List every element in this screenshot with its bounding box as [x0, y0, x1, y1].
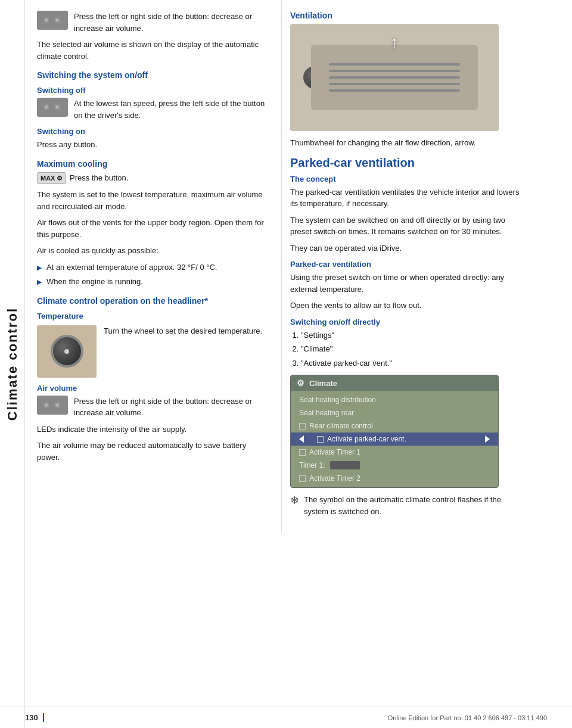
note-snowflake-icon: ❄: [290, 494, 299, 507]
page-number: 130: [25, 713, 44, 722]
cs-checkbox-timer1: [299, 449, 306, 456]
vent-line-5: [329, 89, 460, 92]
vent-lines: [329, 63, 460, 92]
bullet-item-2: ▶ When the engine is running.: [37, 276, 271, 288]
cs-timer1-box: [330, 461, 360, 469]
cs-row-activate-timer1: Activate Timer 1: [291, 446, 498, 459]
parked-vent-p1: Using the preset switch-on time or when …: [290, 272, 526, 295]
max-cooling-block: MAX ⚙ Press the button. The system is se…: [37, 172, 271, 213]
cs-arrow-left-icon: [299, 435, 304, 443]
switching-off-icon: ✳ ✳: [37, 98, 68, 117]
display-text: The selected air volume is shown on the …: [37, 39, 271, 62]
cs-timer1-label: Timer 1:: [299, 461, 325, 469]
parked-car-heading: Parked-car ventilation: [290, 156, 526, 170]
ventilation-image: ↑: [290, 24, 499, 131]
air-volume-intro-label: Press the left or right side of the butt…: [74, 12, 252, 33]
temperature-heading: Temperature: [37, 312, 271, 321]
bullet-list: ▶ At an external temperature of approx. …: [37, 262, 271, 288]
cs-row-rear-climate: Rear climate control: [291, 419, 498, 433]
climate-gear-icon: ⚙: [297, 378, 304, 388]
vent-grille: [311, 45, 478, 110]
step-1: "Settings": [301, 329, 526, 341]
air-volume-intro-text: Press the left or right side of the butt…: [74, 11, 271, 34]
cs-nav-left: [299, 435, 304, 443]
max-cooling-press: MAX ⚙ Press the button.: [37, 172, 271, 185]
cs-row-text-5: Activate Timer 1: [309, 448, 360, 456]
sidebar: Climate control: [0, 0, 25, 728]
switching-off-text: At the lowest fan speed, press the left …: [74, 98, 271, 121]
star-av-right: ✳: [54, 401, 62, 409]
step-3: "Activate parked-car vent.": [301, 357, 526, 369]
vent-caption: Thumbwheel for changing the air flow dir…: [290, 137, 526, 149]
ventilation-heading: Ventilation: [290, 11, 526, 20]
note-text: The symbol on the automatic climate cont…: [304, 494, 526, 517]
air-volume-heading: Air volume: [37, 384, 271, 393]
leds-text: LEDs indicate the intensity of the air s…: [37, 424, 271, 435]
vent-line-3: [329, 76, 460, 79]
cs-row-activate-timer2: Activate Timer 2: [291, 472, 498, 485]
bullet-text-2: When the engine is running.: [46, 276, 143, 288]
max-label: MAX: [41, 173, 55, 183]
max-press-text: Press the button.: [70, 173, 128, 182]
cs-row-timer1: Timer 1:: [291, 459, 498, 472]
switching-on-text: Press any button.: [37, 139, 271, 151]
max-system-text: The system is set to the lowest temperat…: [37, 189, 271, 212]
bullet-item-1: ▶ At an external temperature of approx. …: [37, 262, 271, 273]
star-icon-left: ✳: [43, 16, 51, 24]
max-button: MAX ⚙: [37, 172, 66, 185]
cs-checkbox-parked: [317, 436, 324, 443]
star-av-left: ✳: [43, 401, 51, 409]
switching-off-heading: Switching off: [37, 86, 271, 95]
concept-p1: The parked-car ventilation ventilates th…: [290, 186, 526, 210]
switching-onoff-heading: Switching on/off directly: [290, 318, 526, 326]
steps-list: "Settings" "Climate" "Activate parked-ca…: [290, 329, 526, 369]
vent-line-2: [329, 70, 460, 72]
cs-row-text-7: Activate Timer 2: [309, 474, 360, 483]
climate-screen-rows: Seat heating distribution Seat heating r…: [291, 391, 498, 487]
vent-line-4: [329, 83, 460, 85]
main-content: ✳ ✳ Press the left or right side of the …: [25, 0, 572, 533]
cs-row-seat-heating-rear: Seat heating rear: [291, 406, 498, 419]
cs-row-text-4: Activate parked-car vent.: [327, 435, 406, 443]
cs-row-activate-parked: Activate parked-car vent.: [291, 433, 498, 446]
climate-op-heading: Climate control operation on the headlin…: [37, 296, 271, 306]
bullet-arrow-1: ▶: [37, 263, 42, 273]
fan-button-icon: ✳ ✳: [37, 11, 68, 30]
climate-screen: ⚙ Climate Seat heating distribution Seat…: [290, 375, 499, 488]
temperature-row: Turn the wheel to set the desired temper…: [37, 325, 271, 378]
cs-nav-right: [485, 435, 490, 443]
note-row: ❄ The symbol on the automatic climate co…: [290, 494, 526, 522]
cs-row-text-1: Seat heating distribution: [299, 396, 376, 404]
cs-row-seat-heating-dist: Seat heating distribution: [291, 393, 498, 406]
cs-checkbox-rear: [299, 423, 306, 430]
cs-arrow-right-icon: [485, 435, 490, 443]
air-cooled-text: Air is cooled as quickly as possible:: [37, 245, 271, 257]
air-volume-row: ✳ ✳ Press the left or right side of the …: [37, 396, 271, 419]
bullet-text-1: At an external temperature of approx. 32…: [46, 262, 217, 273]
switching-system-heading: Switching the system on/off: [37, 70, 271, 80]
step-2: "Climate": [301, 343, 526, 355]
parked-vent-p2: Open the vents to allow air to flow out.: [290, 300, 526, 312]
footer: 130 Online Edition for Part no. 01 40 2 …: [0, 707, 572, 728]
star-off-right: ✳: [54, 103, 62, 111]
parked-car-vent-heading: Parked-car ventilation: [290, 260, 526, 269]
max-cooling-heading: Maximum cooling: [37, 159, 271, 169]
max-gear-icon: ⚙: [57, 173, 63, 183]
vent-arrow-icon: ↑: [390, 33, 399, 52]
cs-checkbox-timer2: [299, 475, 306, 482]
air-volume-press-text: Press the left or right side of the butt…: [74, 396, 271, 419]
switching-off-row: ✳ ✳ At the lowest fan speed, press the l…: [37, 98, 271, 121]
air-volume-icon: ✳ ✳: [37, 396, 68, 415]
climate-screen-header: ⚙ Climate: [291, 375, 498, 391]
cs-row-text-2: Seat heating rear: [299, 409, 354, 417]
star-icon-right: ✳: [54, 16, 62, 24]
right-column: Ventilation ↑ Thumbwheel for changing th…: [281, 0, 537, 533]
air-volume-may-text: The air volume may be reduced automatica…: [37, 440, 271, 463]
temp-turn-text: Turn the wheel to set the desired temper…: [104, 325, 262, 337]
vent-line-1: [329, 63, 460, 66]
air-volume-intro-row: ✳ ✳ Press the left or right side of the …: [37, 11, 271, 34]
climate-screen-title: Climate: [309, 379, 337, 388]
sidebar-label: Climate control: [5, 307, 20, 421]
bullet-arrow-2: ▶: [37, 277, 42, 287]
temperature-knob: [51, 335, 83, 368]
